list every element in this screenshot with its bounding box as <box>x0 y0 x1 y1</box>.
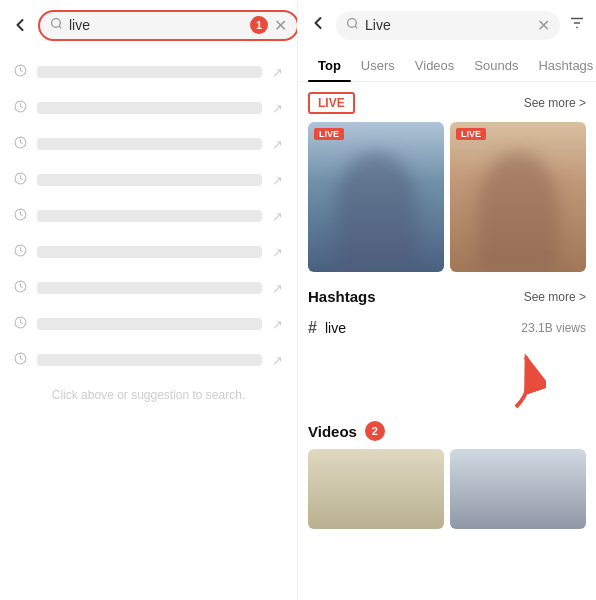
back-button-left[interactable] <box>10 15 30 35</box>
hashtags-section-header: Hashtags See more > <box>308 288 586 305</box>
tab-top[interactable]: Top <box>308 50 351 81</box>
tab-hashtags[interactable]: Hashtags <box>528 50 596 81</box>
search-box-right[interactable]: Live ✕ <box>336 11 560 40</box>
videos-section: Videos 2 <box>308 421 586 529</box>
search-text-right: Live <box>365 17 531 33</box>
right-header: Live ✕ <box>298 0 596 50</box>
live-badge-outlined: LIVE <box>308 92 355 114</box>
hashtag-row[interactable]: # live 23.1B views <box>308 313 586 343</box>
clock-icon <box>14 316 27 332</box>
clock-icon <box>14 100 27 116</box>
videos-title-row: Videos 2 <box>308 421 385 441</box>
arrow-annotation <box>308 347 586 417</box>
arrow-icon: ↗ <box>272 281 283 296</box>
video-thumb-1[interactable] <box>308 449 444 529</box>
live-badge-fill-1: LIVE <box>314 128 344 140</box>
list-item[interactable]: ↗ <box>0 234 297 270</box>
arrow-icon: ↗ <box>272 65 283 80</box>
suggestion-text <box>37 174 262 186</box>
left-header: 1 ✕ Search <box>0 0 297 50</box>
tabs-bar: Top Users Videos Sounds Hashtags <box>298 50 596 82</box>
live-video-1[interactable]: LIVE <box>308 122 444 272</box>
hashtags-title: Hashtags <box>308 288 376 305</box>
suggestion-text <box>37 138 262 150</box>
filter-icon[interactable] <box>568 14 586 37</box>
hashtags-see-more[interactable]: See more > <box>524 290 586 304</box>
list-item[interactable]: ↗ <box>0 162 297 198</box>
list-item[interactable]: ↗ <box>0 342 297 378</box>
suggestions-list: ↗ ↗ ↗ <box>0 50 297 600</box>
svg-line-12 <box>355 26 357 28</box>
search-icon-right <box>346 17 359 33</box>
hashtag-symbol: # <box>308 319 317 337</box>
clock-icon <box>14 136 27 152</box>
svg-line-1 <box>59 26 61 28</box>
badge-2: 2 <box>365 421 385 441</box>
live-videos-grid: LIVE LIVE <box>308 122 586 272</box>
list-item[interactable]: ↗ <box>0 126 297 162</box>
list-item[interactable]: ↗ <box>0 90 297 126</box>
content-area: LIVE See more > LIVE LIVE Hashtags See m… <box>298 82 596 600</box>
red-arrow-svg <box>486 347 546 417</box>
tab-users[interactable]: Users <box>351 50 405 81</box>
clock-icon <box>14 280 27 296</box>
arrow-icon: ↗ <box>272 101 283 116</box>
arrow-icon: ↗ <box>272 173 283 188</box>
list-item[interactable]: ↗ <box>0 198 297 234</box>
videos-grid <box>308 449 586 529</box>
live-badge-fill-2: LIVE <box>456 128 486 140</box>
videos-section-header: Videos 2 <box>308 421 586 441</box>
arrow-icon: ↗ <box>272 317 283 332</box>
clock-icon <box>14 172 27 188</box>
search-box-left[interactable]: 1 ✕ <box>38 10 298 41</box>
tab-sounds[interactable]: Sounds <box>464 50 528 81</box>
clock-icon <box>14 352 27 368</box>
clear-button-right[interactable]: ✕ <box>537 16 550 35</box>
suggestion-text <box>37 246 262 258</box>
arrow-icon: ↗ <box>272 137 283 152</box>
suggestion-text <box>37 66 262 78</box>
list-item[interactable]: ↗ <box>0 306 297 342</box>
figure-blur-2 <box>477 152 559 272</box>
live-video-2[interactable]: LIVE <box>450 122 586 272</box>
suggestion-text <box>37 354 262 366</box>
tab-videos[interactable]: Videos <box>405 50 465 81</box>
list-item[interactable]: ↗ <box>0 54 297 90</box>
suggestion-footer: Click above or suggestion to search. <box>0 378 297 412</box>
hashtags-section: Hashtags See more > # live 23.1B views <box>308 288 586 343</box>
suggestion-text <box>37 102 262 114</box>
list-item[interactable]: ↗ <box>0 270 297 306</box>
suggestion-text <box>37 210 262 222</box>
arrow-icon: ↗ <box>272 209 283 224</box>
live-section-header: LIVE See more > <box>308 92 586 114</box>
suggestion-text <box>37 318 262 330</box>
badge-1: 1 <box>250 16 268 34</box>
clock-icon <box>14 64 27 80</box>
svg-point-0 <box>52 19 61 28</box>
live-see-more[interactable]: See more > <box>524 96 586 110</box>
suggestion-text <box>37 282 262 294</box>
clear-button-left[interactable]: ✕ <box>274 16 287 35</box>
svg-point-11 <box>348 19 357 28</box>
left-panel: 1 ✕ Search ↗ ↗ <box>0 0 298 600</box>
videos-title: Videos <box>308 423 357 440</box>
clock-icon <box>14 244 27 260</box>
search-icon-left <box>50 17 63 33</box>
arrow-icon: ↗ <box>272 245 283 260</box>
back-button-right[interactable] <box>308 13 328 38</box>
arrow-icon: ↗ <box>272 353 283 368</box>
video-thumb-2[interactable] <box>450 449 586 529</box>
hashtag-views: 23.1B views <box>521 321 586 335</box>
search-input-left[interactable] <box>69 17 244 33</box>
hashtag-name: live <box>325 320 513 336</box>
figure-blur-1 <box>335 152 417 272</box>
clock-icon <box>14 208 27 224</box>
right-panel: Live ✕ Top Users Videos Sounds Hashtags … <box>298 0 596 600</box>
